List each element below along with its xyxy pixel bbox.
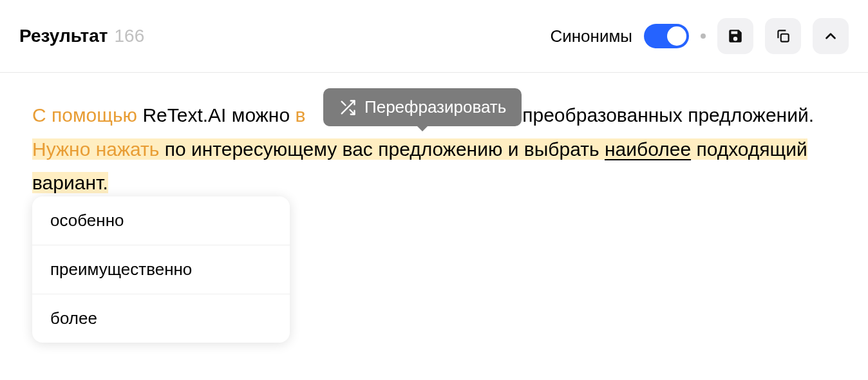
text-segment: в — [295, 104, 305, 126]
chevron-up-icon — [822, 28, 839, 44]
synonym-option[interactable]: особенно — [32, 196, 290, 245]
rephrase-tooltip[interactable]: Перефразировать — [323, 88, 522, 126]
tooltip-label: Перефразировать — [364, 97, 506, 117]
text-segment: С помощью — [32, 104, 137, 126]
synonym-option[interactable]: преимущественно — [32, 245, 290, 294]
save-icon — [727, 28, 744, 44]
header: Результат 166 Синонимы — [0, 0, 868, 73]
svg-rect-0 — [781, 34, 789, 42]
result-label: Результат — [19, 26, 108, 46]
copy-button[interactable] — [765, 18, 801, 54]
synonyms-toggle[interactable] — [644, 24, 689, 48]
synonym-dropdown: особенно преимущественно более — [32, 196, 290, 343]
text-segment: по интересующему вас предложению и выбра… — [159, 138, 605, 160]
header-left: Результат 166 — [19, 26, 144, 46]
selected-word[interactable]: наиболее — [605, 138, 691, 160]
save-button[interactable] — [717, 18, 753, 54]
svg-line-3 — [342, 101, 346, 105]
copy-icon — [775, 28, 791, 44]
result-count: 166 — [115, 26, 145, 46]
collapse-button[interactable] — [813, 18, 849, 54]
text-segment: Нужно нажать — [32, 138, 159, 160]
text-segment: ReText.AI можно — [137, 104, 295, 126]
shuffle-icon — [339, 99, 357, 117]
synonym-option[interactable]: более — [32, 294, 290, 343]
separator-dot — [701, 33, 706, 39]
header-right: Синонимы — [550, 18, 849, 54]
synonyms-label: Синонимы — [550, 26, 632, 46]
